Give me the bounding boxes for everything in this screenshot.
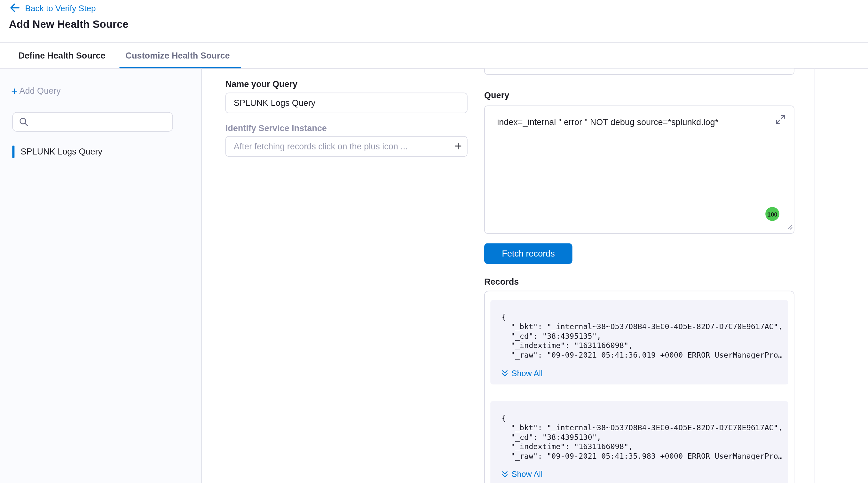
show-all-link-1[interactable]: Show All — [501, 369, 782, 378]
name-your-query-label: Name your Query — [225, 79, 298, 89]
page-title: Add New Health Source — [9, 19, 129, 31]
search-input[interactable] — [33, 117, 161, 127]
query-editor[interactable]: index=_internal " error " NOT debug sour… — [484, 105, 795, 234]
query-search-box — [12, 112, 173, 132]
record-line: { — [501, 414, 782, 423]
query-name-input[interactable] — [225, 93, 468, 114]
show-all-label: Show All — [512, 470, 543, 479]
record-line: { — [501, 312, 782, 322]
add-query-label: Add Query — [20, 86, 61, 96]
tab-customize-health-source[interactable]: Customize Health Source — [125, 43, 229, 68]
expand-query-button[interactable] — [774, 113, 787, 126]
add-service-instance-plus-icon[interactable]: + — [455, 138, 462, 154]
double-chevron-down-icon — [501, 471, 508, 478]
record-line: "_cd": "38:4395135", — [501, 331, 782, 341]
tab-define-health-source[interactable]: Define Health Source — [19, 43, 105, 68]
record-line: "_raw": "09-09-2021 05:41:36.019 +0000 E… — [501, 350, 782, 360]
record-line: "_raw": "09-09-2021 05:41:35.983 +0000 E… — [501, 451, 782, 461]
back-link-label: Back to Verify Step — [25, 3, 96, 13]
record-count-badge: 100 — [765, 207, 779, 221]
query-item-label: SPLUNK Logs Query — [21, 147, 102, 157]
record-line: "_bkt": "_internal~38~D537D8B4-3EC0-4D5E… — [501, 423, 782, 432]
resize-handle-icon[interactable] — [786, 222, 793, 232]
record-item-1: { "_bkt": "_internal~38~D537D8B4-3EC0-4D… — [490, 300, 788, 384]
identify-service-instance-label: Identify Service Instance — [225, 123, 327, 133]
records-label: Records — [484, 277, 519, 286]
show-all-link-2[interactable]: Show All — [501, 470, 782, 479]
arrow-left-icon — [9, 2, 20, 13]
fetch-records-button[interactable]: Fetch records — [484, 243, 572, 264]
app-window: Back to Verify Step Add New Health Sourc… — [0, 0, 868, 483]
expand-icon — [775, 114, 786, 125]
double-chevron-down-icon — [501, 370, 508, 377]
query-text: index=_internal " error " NOT debug sour… — [497, 116, 753, 128]
show-all-label: Show All — [512, 369, 543, 378]
sidebar-item-splunk-logs-query[interactable]: SPLUNK Logs Query — [12, 146, 102, 158]
record-line: "_indextime": "1631166098", — [501, 341, 782, 351]
content-area: + Add Query SPLUNK Logs Query Name your … — [0, 69, 868, 483]
partial-input-above[interactable] — [484, 69, 795, 75]
back-to-verify-link[interactable]: Back to Verify Step — [9, 2, 96, 13]
service-instance-field: + — [225, 136, 468, 157]
add-query-button[interactable]: + Add Query — [11, 85, 61, 97]
record-line: "_cd": "38:4395130", — [501, 432, 782, 442]
search-icon — [19, 117, 28, 127]
query-label: Query — [484, 91, 509, 100]
record-item-2: { "_bkt": "_internal~38~D537D8B4-3EC0-4D… — [490, 401, 788, 483]
query-sidebar: + Add Query SPLUNK Logs Query — [0, 69, 202, 483]
record-line: "_bkt": "_internal~38~D537D8B4-3EC0-4D5E… — [501, 322, 782, 331]
right-edge-divider — [814, 69, 814, 483]
service-instance-input[interactable] — [225, 136, 468, 157]
records-panel: { "_bkt": "_internal~38~D537D8B4-3EC0-4D… — [484, 291, 795, 483]
plus-icon: + — [11, 85, 18, 97]
selected-indicator-bar — [12, 146, 14, 158]
record-line: "_indextime": "1631166098", — [501, 442, 782, 451]
